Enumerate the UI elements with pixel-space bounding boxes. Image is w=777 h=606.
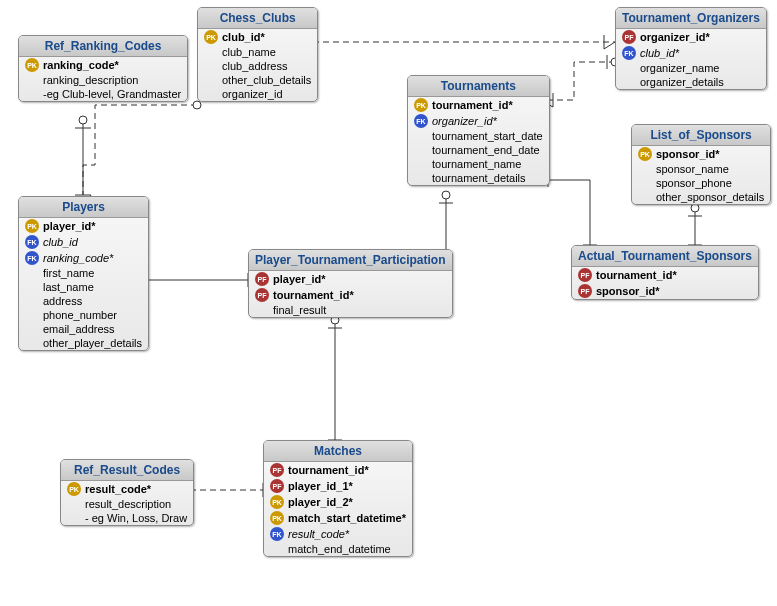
column-name: tournament_name: [432, 158, 521, 170]
column-name: organizer_name: [640, 62, 720, 74]
column-row: PFtournament_id*: [572, 267, 758, 283]
column-name: -eg Club-level, Grandmaster: [43, 88, 181, 100]
fk-key-icon: FK: [622, 46, 636, 60]
table-matches[interactable]: MatchesPFtournament_id*PFplayer_id_1*PKp…: [263, 440, 413, 557]
column-name: sponsor_phone: [656, 177, 732, 189]
pf-key-icon: PF: [255, 288, 269, 302]
column-name: club_id*: [222, 31, 265, 43]
column-row: first_name: [19, 266, 148, 280]
table-header: Actual_Tournament_Sponsors: [572, 246, 758, 267]
column-name: player_id_2*: [288, 496, 353, 508]
table-players[interactable]: PlayersPKplayer_id*FKclub_idFKranking_co…: [18, 196, 149, 351]
column-row: PKtournament_id*: [408, 97, 549, 113]
column-name: tournament_details: [432, 172, 526, 184]
column-name: club_id: [43, 236, 78, 248]
column-name: club_address: [222, 60, 287, 72]
svg-point-11: [691, 204, 699, 212]
column-row: organizer_id: [198, 87, 317, 101]
column-name: tournament_start_date: [432, 130, 543, 142]
column-name: other_club_details: [222, 74, 311, 86]
table-ref-result-codes[interactable]: Ref_Result_CodesPKresult_code*result_des…: [60, 459, 194, 526]
fk-key-icon: FK: [25, 251, 39, 265]
table-tournaments[interactable]: TournamentsPKtournament_id*FKorganizer_i…: [407, 75, 550, 186]
fk-key-icon: FK: [414, 114, 428, 128]
column-row: result_description: [61, 497, 193, 511]
pf-key-icon: PF: [622, 30, 636, 44]
pf-key-icon: PF: [270, 479, 284, 493]
column-row: other_player_details: [19, 336, 148, 350]
table-ref-ranking-codes[interactable]: Ref_Ranking_CodesPKranking_code*ranking_…: [18, 35, 188, 102]
column-row: sponsor_phone: [632, 176, 770, 190]
column-name: first_name: [43, 267, 94, 279]
column-row: FKresult_code*: [264, 526, 412, 542]
column-row: organizer_name: [616, 61, 766, 75]
column-row: PKmatch_start_datetime*: [264, 510, 412, 526]
pk-key-icon: PK: [638, 147, 652, 161]
table-chess-clubs[interactable]: Chess_ClubsPKclub_id*club_nameclub_addre…: [197, 7, 318, 102]
table-list-of-sponsors[interactable]: List_of_SponsorsPKsponsor_id*sponsor_nam…: [631, 124, 771, 205]
column-row: phone_number: [19, 308, 148, 322]
column-name: phone_number: [43, 309, 117, 321]
column-name: - eg Win, Loss, Draw: [85, 512, 187, 524]
column-name: result_code*: [288, 528, 349, 540]
column-name: organizer_id*: [640, 31, 710, 43]
pk-key-icon: PK: [67, 482, 81, 496]
pk-key-icon: PK: [25, 58, 39, 72]
column-name: player_id*: [43, 220, 96, 232]
pk-key-icon: PK: [25, 219, 39, 233]
column-row: sponsor_name: [632, 162, 770, 176]
table-header: Tournaments: [408, 76, 549, 97]
pk-key-icon: PK: [204, 30, 218, 44]
pf-key-icon: PF: [578, 284, 592, 298]
column-row: other_club_details: [198, 73, 317, 87]
column-name: tournament_end_date: [432, 144, 540, 156]
column-row: other_sponsor_details: [632, 190, 770, 204]
column-row: PFplayer_id_1*: [264, 478, 412, 494]
column-row: match_end_datetime: [264, 542, 412, 556]
table-header: Players: [19, 197, 148, 218]
column-name: player_id*: [273, 273, 326, 285]
column-name: player_id_1*: [288, 480, 353, 492]
pf-key-icon: PF: [578, 268, 592, 282]
column-name: match_end_datetime: [288, 543, 391, 555]
column-name: organizer_id: [222, 88, 283, 100]
column-name: result_description: [85, 498, 171, 510]
column-row: last_name: [19, 280, 148, 294]
column-row: FKranking_code*: [19, 250, 148, 266]
column-row: tournament_details: [408, 171, 549, 185]
pk-key-icon: PK: [414, 98, 428, 112]
column-row: tournament_name: [408, 157, 549, 171]
column-row: PKresult_code*: [61, 481, 193, 497]
column-row: tournament_end_date: [408, 143, 549, 157]
column-row: FKclub_id: [19, 234, 148, 250]
column-row: PFsponsor_id*: [572, 283, 758, 299]
column-row: ranking_description: [19, 73, 187, 87]
table-player-tournament-participation[interactable]: Player_Tournament_ParticipationPFplayer_…: [248, 249, 453, 318]
table-header: Ref_Result_Codes: [61, 460, 193, 481]
table-tournament-organizers[interactable]: Tournament_OrganizersPForganizer_id*FKcl…: [615, 7, 767, 90]
pk-key-icon: PK: [270, 511, 284, 525]
column-row: PKclub_id*: [198, 29, 317, 45]
column-name: sponsor_id*: [596, 285, 660, 297]
column-row: PKplayer_id*: [19, 218, 148, 234]
column-row: PKplayer_id_2*: [264, 494, 412, 510]
column-row: PFtournament_id*: [249, 287, 452, 303]
table-header: List_of_Sponsors: [632, 125, 770, 146]
svg-point-2: [193, 101, 201, 109]
pf-key-icon: PF: [255, 272, 269, 286]
column-name: tournament_id*: [596, 269, 677, 281]
column-row: PFplayer_id*: [249, 271, 452, 287]
column-row: PKranking_code*: [19, 57, 187, 73]
column-name: club_name: [222, 46, 276, 58]
column-row: club_name: [198, 45, 317, 59]
column-row: PForganizer_id*: [616, 29, 766, 45]
column-name: other_sponsor_details: [656, 191, 764, 203]
column-row: - eg Win, Loss, Draw: [61, 511, 193, 525]
column-name: ranking_description: [43, 74, 138, 86]
column-name: match_start_datetime*: [288, 512, 406, 524]
column-row: tournament_start_date: [408, 129, 549, 143]
table-actual-tournament-sponsors[interactable]: Actual_Tournament_SponsorsPFtournament_i…: [571, 245, 759, 300]
table-header: Ref_Ranking_Codes: [19, 36, 187, 57]
column-row: club_address: [198, 59, 317, 73]
column-name: ranking_code*: [43, 59, 119, 71]
